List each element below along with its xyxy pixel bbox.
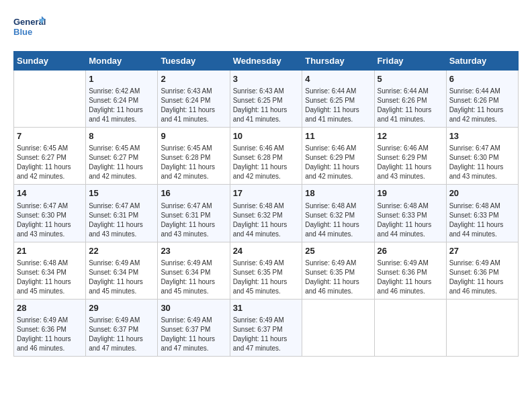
- day-number: 19: [378, 187, 443, 199]
- day-info: Sunrise: 6:44 AMSunset: 6:26 PMDaylight:…: [449, 87, 515, 124]
- day-number: 23: [161, 245, 226, 257]
- calendar-cell: 8Sunrise: 6:45 AMSunset: 6:27 PMDaylight…: [86, 128, 158, 185]
- day-number: 10: [233, 130, 300, 142]
- calendar-cell: [14, 71, 86, 128]
- day-header-saturday: Saturday: [446, 52, 518, 71]
- calendar-week-4: 21Sunrise: 6:48 AMSunset: 6:34 PMDayligh…: [14, 242, 519, 299]
- day-header-monday: Monday: [86, 52, 158, 71]
- day-info: Sunrise: 6:46 AMSunset: 6:28 PMDaylight:…: [233, 144, 300, 181]
- day-number: 2: [161, 73, 226, 85]
- day-header-thursday: Thursday: [302, 52, 374, 71]
- calendar-week-2: 7Sunrise: 6:45 AMSunset: 6:27 PMDaylight…: [14, 128, 519, 185]
- calendar-cell: 24Sunrise: 6:49 AMSunset: 6:35 PMDayligh…: [230, 242, 302, 299]
- calendar-table: SundayMondayTuesdayWednesdayThursdayFrid…: [13, 51, 519, 357]
- calendar-cell: 7Sunrise: 6:45 AMSunset: 6:27 PMDaylight…: [14, 128, 86, 185]
- day-number: 31: [233, 302, 300, 314]
- day-info: Sunrise: 6:48 AMSunset: 6:32 PMDaylight:…: [233, 201, 300, 239]
- day-number: 27: [449, 245, 515, 257]
- day-number: 11: [305, 130, 371, 142]
- day-number: 17: [233, 187, 300, 199]
- day-number: 30: [161, 302, 226, 314]
- day-number: 28: [17, 302, 83, 314]
- day-header-friday: Friday: [374, 52, 446, 71]
- day-number: 16: [161, 187, 226, 199]
- day-info: Sunrise: 6:48 AMSunset: 6:32 PMDaylight:…: [305, 201, 371, 239]
- calendar-cell: 14Sunrise: 6:47 AMSunset: 6:30 PMDayligh…: [14, 185, 86, 242]
- calendar-cell: 21Sunrise: 6:48 AMSunset: 6:34 PMDayligh…: [14, 242, 86, 299]
- calendar-cell: [374, 299, 446, 356]
- day-info: Sunrise: 6:43 AMSunset: 6:25 PMDaylight:…: [233, 87, 300, 124]
- calendar-cell: 31Sunrise: 6:49 AMSunset: 6:37 PMDayligh…: [230, 299, 302, 356]
- calendar-cell: 2Sunrise: 6:43 AMSunset: 6:24 PMDaylight…: [158, 71, 230, 128]
- day-info: Sunrise: 6:44 AMSunset: 6:26 PMDaylight:…: [378, 87, 443, 124]
- calendar-week-1: 1Sunrise: 6:42 AMSunset: 6:24 PMDaylight…: [14, 71, 519, 128]
- logo-bird-icon: General Blue: [13, 13, 46, 40]
- day-header-sunday: Sunday: [14, 52, 86, 71]
- day-info: Sunrise: 6:46 AMSunset: 6:29 PMDaylight:…: [378, 144, 443, 181]
- day-number: 6: [449, 73, 515, 85]
- calendar-cell: 5Sunrise: 6:44 AMSunset: 6:26 PMDaylight…: [374, 71, 446, 128]
- page-header: General Blue: [13, 13, 519, 40]
- day-number: 14: [17, 187, 83, 199]
- calendar-cell: 9Sunrise: 6:45 AMSunset: 6:28 PMDaylight…: [158, 128, 230, 185]
- svg-text:Blue: Blue: [13, 27, 32, 37]
- day-info: Sunrise: 6:49 AMSunset: 6:36 PMDaylight:…: [449, 259, 515, 296]
- calendar-cell: [446, 299, 518, 356]
- calendar-cell: 30Sunrise: 6:49 AMSunset: 6:37 PMDayligh…: [158, 299, 230, 356]
- day-info: Sunrise: 6:42 AMSunset: 6:24 PMDaylight:…: [89, 87, 154, 124]
- day-number: 22: [89, 245, 154, 257]
- day-number: 12: [378, 130, 443, 142]
- day-number: 8: [89, 130, 154, 142]
- calendar-cell: 11Sunrise: 6:46 AMSunset: 6:29 PMDayligh…: [302, 128, 374, 185]
- day-number: 25: [305, 245, 371, 257]
- day-info: Sunrise: 6:47 AMSunset: 6:30 PMDaylight:…: [449, 144, 515, 181]
- day-info: Sunrise: 6:49 AMSunset: 6:37 PMDaylight:…: [89, 316, 154, 353]
- calendar-cell: 28Sunrise: 6:49 AMSunset: 6:36 PMDayligh…: [14, 299, 86, 356]
- day-info: Sunrise: 6:47 AMSunset: 6:31 PMDaylight:…: [89, 201, 154, 239]
- day-info: Sunrise: 6:49 AMSunset: 6:35 PMDaylight:…: [233, 259, 300, 296]
- calendar-cell: 3Sunrise: 6:43 AMSunset: 6:25 PMDaylight…: [230, 71, 302, 128]
- calendar-cell: 12Sunrise: 6:46 AMSunset: 6:29 PMDayligh…: [374, 128, 446, 185]
- day-number: 1: [89, 73, 154, 85]
- day-number: 13: [449, 130, 515, 142]
- day-number: 26: [378, 245, 443, 257]
- day-header-tuesday: Tuesday: [158, 52, 230, 71]
- day-info: Sunrise: 6:49 AMSunset: 6:37 PMDaylight:…: [233, 316, 300, 353]
- day-info: Sunrise: 6:43 AMSunset: 6:24 PMDaylight:…: [161, 87, 226, 124]
- calendar-cell: 26Sunrise: 6:49 AMSunset: 6:36 PMDayligh…: [374, 242, 446, 299]
- calendar-cell: 25Sunrise: 6:49 AMSunset: 6:35 PMDayligh…: [302, 242, 374, 299]
- day-info: Sunrise: 6:44 AMSunset: 6:25 PMDaylight:…: [305, 87, 371, 124]
- calendar-cell: 29Sunrise: 6:49 AMSunset: 6:37 PMDayligh…: [86, 299, 158, 356]
- calendar-header-row: SundayMondayTuesdayWednesdayThursdayFrid…: [14, 52, 519, 71]
- calendar-cell: 23Sunrise: 6:49 AMSunset: 6:34 PMDayligh…: [158, 242, 230, 299]
- logo: General Blue: [13, 13, 46, 40]
- calendar-week-3: 14Sunrise: 6:47 AMSunset: 6:30 PMDayligh…: [14, 185, 519, 242]
- calendar-cell: 20Sunrise: 6:48 AMSunset: 6:33 PMDayligh…: [446, 185, 518, 242]
- day-number: 24: [233, 245, 300, 257]
- day-number: 20: [449, 187, 515, 199]
- day-info: Sunrise: 6:48 AMSunset: 6:34 PMDaylight:…: [17, 259, 83, 296]
- calendar-cell: 15Sunrise: 6:47 AMSunset: 6:31 PMDayligh…: [86, 185, 158, 242]
- day-number: 3: [233, 73, 300, 85]
- day-info: Sunrise: 6:49 AMSunset: 6:36 PMDaylight:…: [17, 316, 83, 353]
- day-number: 4: [305, 73, 371, 85]
- day-number: 18: [305, 187, 371, 199]
- calendar-cell: 10Sunrise: 6:46 AMSunset: 6:28 PMDayligh…: [230, 128, 302, 185]
- calendar-cell: [302, 299, 374, 356]
- calendar-cell: 18Sunrise: 6:48 AMSunset: 6:32 PMDayligh…: [302, 185, 374, 242]
- calendar-cell: 16Sunrise: 6:47 AMSunset: 6:31 PMDayligh…: [158, 185, 230, 242]
- day-info: Sunrise: 6:48 AMSunset: 6:33 PMDaylight:…: [378, 201, 443, 239]
- day-number: 5: [378, 73, 443, 85]
- day-info: Sunrise: 6:49 AMSunset: 6:36 PMDaylight:…: [378, 259, 443, 296]
- calendar-cell: 4Sunrise: 6:44 AMSunset: 6:25 PMDaylight…: [302, 71, 374, 128]
- day-number: 15: [89, 187, 154, 199]
- calendar-week-5: 28Sunrise: 6:49 AMSunset: 6:36 PMDayligh…: [14, 299, 519, 356]
- calendar-cell: 27Sunrise: 6:49 AMSunset: 6:36 PMDayligh…: [446, 242, 518, 299]
- day-info: Sunrise: 6:45 AMSunset: 6:28 PMDaylight:…: [161, 144, 226, 181]
- calendar-cell: 6Sunrise: 6:44 AMSunset: 6:26 PMDaylight…: [446, 71, 518, 128]
- day-header-wednesday: Wednesday: [230, 52, 302, 71]
- day-number: 29: [89, 302, 154, 314]
- day-info: Sunrise: 6:49 AMSunset: 6:34 PMDaylight:…: [89, 259, 154, 296]
- day-info: Sunrise: 6:47 AMSunset: 6:30 PMDaylight:…: [17, 201, 83, 239]
- calendar-cell: 1Sunrise: 6:42 AMSunset: 6:24 PMDaylight…: [86, 71, 158, 128]
